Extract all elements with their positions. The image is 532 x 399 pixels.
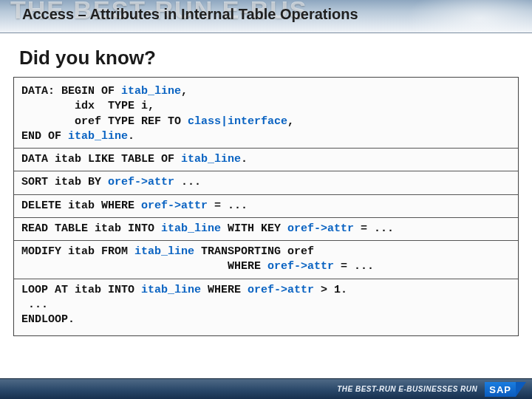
code-box: DATA: BEGIN OF itab_line, idx TYPE i, or… <box>13 77 519 336</box>
code-block-7: LOOP AT itab INTO itab_line WHERE oref->… <box>21 281 511 330</box>
slide-title: Access – Attributes in Internal Table Op… <box>22 6 358 23</box>
footer-bar: THE BEST-RUN E-BUSINESSES RUN SAP <box>0 378 532 399</box>
sap-logo-text: SAP <box>485 382 516 397</box>
code-block-5: READ TABLE itab INTO itab_line WITH KEY … <box>21 219 511 239</box>
code-block-4: DELETE itab WHERE oref->attr = ... <box>21 197 511 216</box>
code-block-3: SORT itab BY oref->attr ... <box>21 173 511 192</box>
footer-tagline: THE BEST-RUN E-BUSINESSES RUN <box>337 385 477 393</box>
code-block-1: DATA: BEGIN OF itab_line, idx TYPE i, or… <box>21 82 511 146</box>
sap-logo-triangle <box>516 382 526 397</box>
code-block-2: DATA itab LIKE TABLE OF itab_line. <box>21 150 511 169</box>
sap-logo: SAP <box>485 382 526 397</box>
slide-subtitle: Did you know? <box>19 47 532 69</box>
title-bar: THE BEST-RUN E-BUS Access – Attributes i… <box>0 0 532 33</box>
slide: THE BEST-RUN E-BUS Access – Attributes i… <box>0 0 532 399</box>
code-block-6: MODIFY itab FROM itab_line TRANSPORTING … <box>21 242 511 277</box>
